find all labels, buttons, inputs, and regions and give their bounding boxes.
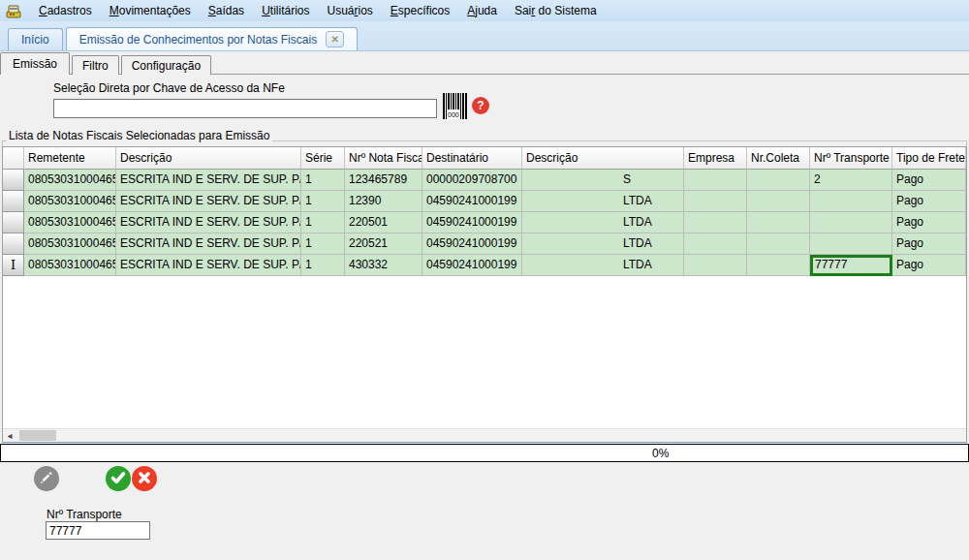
row-selector-cell[interactable] bbox=[3, 191, 24, 212]
grid-cell[interactable] bbox=[810, 191, 892, 212]
grid-cell[interactable] bbox=[684, 255, 747, 276]
grid-cell[interactable] bbox=[747, 233, 810, 255]
horizontal-scrollbar[interactable]: ◂ bbox=[3, 428, 966, 442]
tab-emissão[interactable]: Emissão de Conhecimentos por Notas Fisca… bbox=[66, 27, 358, 50]
grid-cell[interactable] bbox=[810, 233, 892, 255]
grid-cell[interactable] bbox=[684, 212, 747, 233]
grid-cell[interactable]: 1 bbox=[301, 212, 345, 233]
grid-cell[interactable]: ESCRITA IND E SERV. DE SUP. P/ bbox=[116, 170, 301, 191]
grid-col-header[interactable]: Empresa bbox=[684, 147, 747, 170]
grid-cell[interactable]: 04590241000199 bbox=[422, 212, 522, 233]
grid-cell[interactable]: 430332 bbox=[345, 255, 422, 276]
grid-col-header[interactable]: Série bbox=[301, 147, 345, 170]
nfe-access-key-input[interactable] bbox=[53, 99, 437, 118]
grid-col-header[interactable]: Nr.Coleta bbox=[747, 147, 810, 170]
barcode-digits: 000 bbox=[448, 111, 459, 118]
subtab-filtro[interactable]: Filtro bbox=[72, 55, 119, 75]
table-row[interactable]: I08053031000465ESCRITA IND E SERV. DE SU… bbox=[3, 255, 966, 276]
grid-cell[interactable]: Pago bbox=[892, 255, 966, 276]
grid-cell[interactable] bbox=[684, 233, 747, 255]
grid-cell[interactable]: Pago bbox=[892, 191, 966, 212]
menu-item-ajuda[interactable]: Ajuda bbox=[458, 2, 506, 19]
table-row[interactable]: 08053031000465ESCRITA IND E SERV. DE SUP… bbox=[3, 212, 966, 233]
grid-cell[interactable]: 1 bbox=[301, 233, 345, 255]
grid-cell[interactable]: 220521 bbox=[345, 233, 422, 255]
grid-cell[interactable]: 04590241000199 bbox=[422, 233, 522, 255]
check-icon bbox=[106, 465, 131, 493]
menu-item-utilit-rios[interactable]: Utilitários bbox=[253, 2, 318, 19]
grid-cell[interactable] bbox=[684, 170, 747, 191]
help-icon[interactable]: ? bbox=[472, 97, 489, 114]
grid-cell[interactable]: 00000209708700 bbox=[422, 170, 522, 191]
grid-cell[interactable]: Pago bbox=[892, 212, 966, 233]
grid-cell[interactable]: 1 bbox=[301, 170, 345, 191]
grid-cell[interactable]: ESCRITA IND E SERV. DE SUP. P/ bbox=[116, 212, 301, 233]
grid-cell[interactable]: Pago bbox=[892, 170, 966, 191]
confirm-button[interactable] bbox=[106, 466, 131, 491]
grid-col-header[interactable]: Destinatário bbox=[422, 147, 522, 170]
menu-item-movimenta-es[interactable]: Movimentações bbox=[101, 2, 200, 19]
menu-item-sa-das[interactable]: Saídas bbox=[200, 2, 253, 19]
menu-item-cadastros[interactable]: Cadastros bbox=[30, 2, 101, 19]
barcode-icon[interactable]: 000 bbox=[443, 93, 467, 122]
grid-col-header[interactable] bbox=[3, 147, 24, 170]
grid-cell[interactable]: 08053031000465 bbox=[24, 191, 116, 212]
subtab-configura-o[interactable]: Configuração bbox=[121, 55, 211, 75]
grid-cell[interactable]: ESCRITA IND E SERV. DE SUP. P/ bbox=[116, 191, 301, 212]
grid-cell[interactable]: 08053031000465 bbox=[24, 212, 116, 233]
grid-cell[interactable]: 08053031000465 bbox=[24, 233, 116, 255]
scroll-left-icon[interactable]: ◂ bbox=[3, 429, 16, 442]
grid-cell[interactable]: 1 bbox=[301, 255, 345, 276]
grid-col-header[interactable]: Nrº Transporte bbox=[810, 147, 892, 170]
grid-cell[interactable]: LTDA bbox=[522, 191, 684, 212]
edit-marker bbox=[890, 255, 892, 258]
editing-cell[interactable]: 77777 bbox=[810, 255, 892, 276]
grid-cell[interactable] bbox=[684, 191, 747, 212]
grid-cell[interactable]: LTDA bbox=[522, 255, 684, 276]
grid-cell[interactable]: LTDA bbox=[522, 233, 684, 255]
row-selector-cell[interactable]: I bbox=[3, 255, 24, 276]
nfe-access-key-label: Seleção Direta por Chave de Acesso da NF… bbox=[53, 81, 285, 95]
grid-col-header[interactable]: Remetente bbox=[24, 147, 116, 170]
grid-col-header[interactable]: Descrição bbox=[116, 147, 301, 170]
grid-cell[interactable] bbox=[747, 212, 810, 233]
grid-cell[interactable]: LTDA bbox=[522, 212, 684, 233]
grid-cell[interactable] bbox=[747, 255, 810, 276]
edit-button[interactable] bbox=[34, 466, 59, 491]
tab-close-icon[interactable]: ✕ bbox=[326, 31, 344, 47]
table-row[interactable]: 08053031000465ESCRITA IND E SERV. DE SUP… bbox=[3, 170, 966, 191]
grid-cell[interactable]: 04590241000199 bbox=[422, 255, 522, 276]
grid-col-header[interactable]: Nrº Nota Fiscal bbox=[345, 147, 422, 170]
grid-col-header[interactable]: Tipo de Frete bbox=[892, 147, 966, 170]
table-row[interactable]: 08053031000465ESCRITA IND E SERV. DE SUP… bbox=[3, 233, 966, 255]
menu-item-usu-rios[interactable]: Usuários bbox=[318, 2, 381, 19]
grid-cell[interactable]: 08053031000465 bbox=[24, 255, 116, 276]
cancel-button[interactable] bbox=[132, 466, 157, 491]
app-icon bbox=[6, 3, 22, 18]
grid-col-header[interactable]: Descrição bbox=[522, 147, 684, 170]
table-row[interactable]: 08053031000465ESCRITA IND E SERV. DE SUP… bbox=[3, 191, 966, 212]
grid-cell[interactable]: Pago bbox=[892, 233, 966, 255]
grid-cell[interactable]: ESCRITA IND E SERV. DE SUP. P/ bbox=[116, 255, 301, 276]
menu-item-sair-do-sistema[interactable]: Sair do Sistema bbox=[506, 2, 606, 19]
menu-item-espec-ficos[interactable]: Específicos bbox=[382, 2, 458, 19]
grid-cell[interactable]: 12390 bbox=[345, 191, 422, 212]
row-selector-cell[interactable] bbox=[3, 212, 24, 233]
grid-cell[interactable] bbox=[810, 212, 892, 233]
grid-cell[interactable]: 08053031000465 bbox=[24, 170, 116, 191]
grid-cell[interactable]: 1 bbox=[301, 191, 345, 212]
grid-cell[interactable]: 04590241000199 bbox=[422, 191, 522, 212]
grid-cell[interactable]: 2 bbox=[810, 170, 892, 191]
row-selector-cell[interactable] bbox=[3, 170, 24, 191]
grid-cell[interactable]: ESCRITA IND E SERV. DE SUP. P/ bbox=[116, 233, 301, 255]
grid-cell[interactable]: 220501 bbox=[345, 212, 422, 233]
transport-number-input[interactable] bbox=[46, 521, 150, 540]
grid-cell[interactable] bbox=[747, 170, 810, 191]
tab-início[interactable]: Início bbox=[8, 28, 63, 50]
grid-cell[interactable]: S bbox=[522, 170, 684, 191]
grid-cell[interactable]: 123465789 bbox=[345, 170, 422, 191]
grid-cell[interactable] bbox=[747, 191, 810, 212]
subtab-emiss-o[interactable]: Emissão bbox=[0, 52, 70, 75]
row-selector-cell[interactable] bbox=[3, 233, 24, 255]
scrollbar-thumb[interactable] bbox=[19, 430, 56, 441]
